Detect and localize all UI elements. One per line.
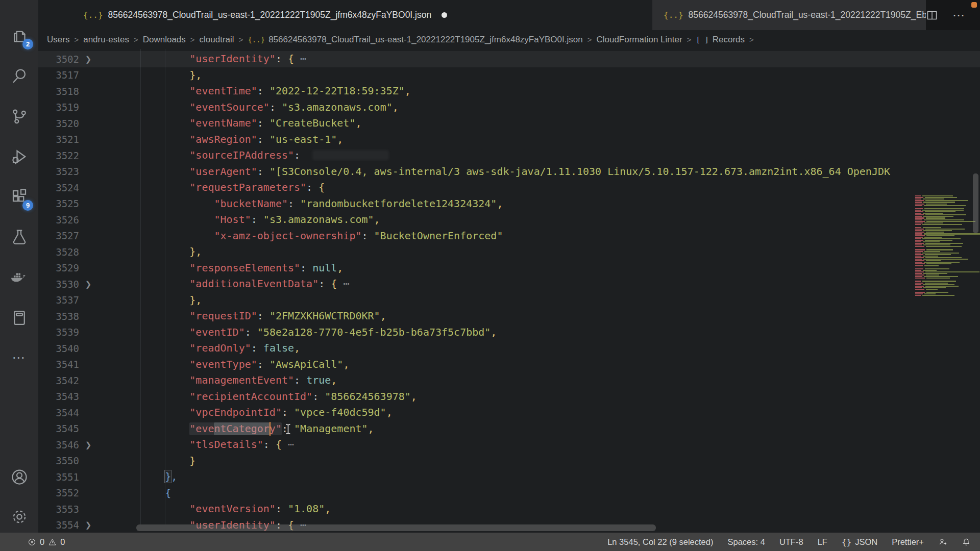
minimap-line — [915, 195, 953, 196]
line-number: 3502 — [38, 54, 79, 65]
line-number: 3540 — [38, 343, 79, 354]
error-icon — [28, 538, 36, 546]
code-line-3539[interactable]: 3539 "eventID": "58e2a128-7770-4e5f-b25b… — [38, 324, 980, 341]
fold-chevron-icon[interactable]: ❯ — [79, 440, 97, 449]
activity-item-run-debug[interactable] — [0, 136, 38, 177]
breadcrumb-separator: > — [134, 35, 138, 44]
activity-item-settings[interactable] — [0, 496, 38, 537]
code-text: "sourceIPAddress": — [97, 147, 980, 164]
code-line-3552[interactable]: 3552 { — [38, 485, 980, 502]
activity-item-more[interactable]: ⋯ — [0, 338, 38, 378]
status-item-formatter[interactable]: Prettier+ — [892, 537, 924, 547]
minimap-line — [915, 241, 940, 242]
fold-chevron-icon[interactable]: ❯ — [79, 55, 97, 64]
line-number: 3523 — [38, 166, 79, 177]
activity-item-source-control[interactable] — [0, 96, 38, 136]
line-number: 3517 — [38, 69, 79, 81]
code-line-3541[interactable]: 3541 "eventType": "AwsApiCall", — [38, 357, 980, 373]
code-line-3527[interactable]: 3527 "x-amz-object-ownership": "BucketOw… — [38, 228, 980, 244]
code-line-3551[interactable]: 3551 }, — [38, 469, 980, 485]
code-line-3529[interactable]: 3529 "responseElements": null, — [38, 260, 980, 277]
minimap-line — [915, 278, 950, 279]
code-line-3540[interactable]: 3540 "readOnly": false, — [38, 340, 980, 357]
activity-item-explorer[interactable]: 2 — [0, 15, 38, 56]
tab-2[interactable]: {..}856624563978_CloudTrail_us-east-1_20… — [652, 0, 926, 30]
minimap-line — [915, 262, 960, 263]
minimap-line — [915, 222, 943, 223]
status-item-encoding[interactable]: UTF-8 — [779, 537, 803, 547]
breadcrumb-segment[interactable]: Users — [47, 35, 69, 45]
editor[interactable]: 3502❯ "userIdentity": { ⋯3517 },3518 "ev… — [38, 49, 980, 533]
code-line-3530[interactable]: 3530❯ "additionalEventData": { ⋯ — [38, 276, 980, 292]
breadcrumb-segment[interactable]: andru-estes — [83, 35, 129, 45]
code-line-3537[interactable]: 3537 }, — [38, 292, 980, 309]
minimap-line — [915, 219, 964, 220]
tab-1[interactable]: {..}856624563978_CloudTrail_us-east-1_20… — [38, 0, 652, 30]
code-line-3526[interactable]: 3526 "Host": "s3.amazonaws.com", — [38, 212, 980, 228]
activity-item-docker[interactable] — [0, 257, 38, 297]
code-line-3542[interactable]: 3542 "managementEvent": true, — [38, 372, 980, 389]
status-item-indentation[interactable]: Spaces: 4 — [727, 537, 765, 547]
warning-count: 0 — [48, 537, 65, 547]
problems-indicator[interactable]: 00 — [0, 537, 65, 547]
status-item-feedback[interactable] — [938, 537, 947, 546]
minimap-line — [915, 271, 979, 272]
code-line-3525[interactable]: 3525 "bucketName": "randombucketfordelet… — [38, 196, 980, 212]
status-item-eol[interactable]: LF — [818, 537, 827, 547]
fold-chevron-icon[interactable]: ❯ — [79, 520, 97, 530]
minimap-line — [915, 276, 958, 277]
code-line-3550[interactable]: 3550 } — [38, 453, 980, 469]
code-line-3522[interactable]: 3522 "sourceIPAddress": — [38, 147, 980, 164]
docker-icon — [10, 268, 29, 287]
activity-item-extensions[interactable]: 9 — [0, 177, 38, 217]
minimap-line — [915, 197, 957, 198]
code-line-3519[interactable]: 3519 "eventSource": "s3.amazonaws.com", — [38, 99, 980, 116]
minimap-line — [915, 243, 963, 244]
json-file-icon: {..} — [83, 10, 103, 20]
status-item-language-mode[interactable]: {}JSON — [842, 537, 877, 547]
fold-chevron-icon[interactable]: ❯ — [79, 280, 97, 289]
breadcrumb-segment[interactable]: [ ]Records — [696, 35, 745, 45]
breadcrumb-segment[interactable]: CloudFormation Linter — [596, 35, 682, 45]
modified-dot[interactable] — [442, 12, 447, 18]
code-line-3524[interactable]: 3524 "requestParameters": { — [38, 180, 980, 196]
code-line-3521[interactable]: 3521 "awsRegion": "us-east-1", — [38, 132, 980, 148]
code-text: "managementEvent": true, — [97, 372, 980, 389]
breadcrumb-segment[interactable]: {..}856624563978_CloudTrail_us-east-1_20… — [248, 35, 582, 45]
minimap-line — [915, 265, 939, 266]
code-line-3545[interactable]: 3545 "eventCategory": "Management", — [38, 421, 980, 437]
code-line-3523[interactable]: 3523 "userAgent": "[S3Console/0.4, aws-i… — [38, 164, 980, 180]
activity-item-notebook[interactable] — [0, 297, 38, 338]
breadcrumb-segment[interactable]: Downloads — [143, 35, 186, 45]
activity-item-search[interactable] — [0, 56, 38, 96]
code-line-3502[interactable]: 3502❯ "userIdentity": { ⋯ — [38, 51, 980, 67]
code-line-3553[interactable]: 3553 "eventVersion": "1.08", — [38, 501, 980, 517]
minimap-line — [915, 214, 966, 215]
code-line-3517[interactable]: 3517 }, — [38, 67, 980, 84]
breadcrumb-segment[interactable]: cloudtrail — [200, 35, 234, 45]
code-line-3543[interactable]: 3543 "recipientAccountId": "856624563978… — [38, 389, 980, 405]
code-line-3544[interactable]: 3544 "vpcEndpointId": "vpce-f40dc59d", — [38, 405, 980, 421]
code-line-3528[interactable]: 3528 }, — [38, 244, 980, 260]
minimap-line — [915, 240, 952, 241]
activity-item-account[interactable] — [0, 457, 38, 497]
activity-item-testing[interactable] — [0, 217, 38, 257]
minimap-line — [915, 238, 961, 239]
split-editor-icon[interactable] — [926, 9, 938, 21]
code-line-3546[interactable]: 3546❯ "tlsDetails": { ⋯ — [38, 437, 980, 453]
vertical-scrollbar[interactable] — [973, 173, 978, 233]
bell-icon — [962, 537, 971, 546]
code-text: "eventCategory": "Management", — [97, 421, 980, 437]
minimap-line — [915, 216, 953, 217]
status-label: Prettier+ — [892, 537, 924, 547]
status-label: JSON — [855, 537, 877, 547]
minimap-line — [915, 289, 938, 290]
status-item-cursor-position[interactable]: Ln 3545, Col 22 (9 selected) — [607, 537, 713, 547]
status-item-notifications[interactable] — [962, 537, 971, 546]
more-actions-icon[interactable]: ⋯ — [952, 8, 966, 22]
code-line-3518[interactable]: 3518 "eventTime": "2022-12-22T18:59:35Z"… — [38, 83, 980, 99]
code-line-3520[interactable]: 3520 "eventName": "CreateBucket", — [38, 115, 980, 132]
breadcrumb-separator: > — [239, 35, 243, 44]
horizontal-scrollbar[interactable] — [136, 524, 656, 531]
code-line-3538[interactable]: 3538 "requestID": "2FMZXKH6WCTRD0KR", — [38, 308, 980, 324]
